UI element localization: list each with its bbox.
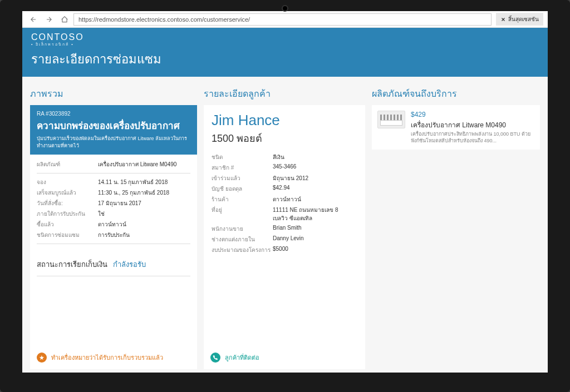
customer-header: รายละเอียดลูกค้า xyxy=(204,83,365,105)
detail-row: เข้าร่วมแล้วมิถุนายน 2012 xyxy=(212,174,357,182)
billing-status-row: สถานะการเรียกเก็บเงิน กำลังรอรับ xyxy=(30,254,197,272)
detail-label: งบประมาณของโครงการ xyxy=(212,246,273,254)
divider xyxy=(37,244,190,244)
detail-label: ชนิดการซ่อมแซม xyxy=(37,231,98,239)
mark-collected-label: ทำเครื่องหมายว่าได้รับการเก็บรวบรวมแล้ว xyxy=(51,353,163,363)
tablet-frame: https://redmondstore.electronics.contoso… xyxy=(0,0,570,392)
detail-label: สมาชิก # xyxy=(212,163,273,172)
products-panel: $429 เครื่องปรับอากาศ Litware M0490 เครื… xyxy=(372,105,540,369)
detail-row: ร้านค้าดาวน์ทาวน์ xyxy=(212,195,357,204)
detail-label: พนักงานขาย xyxy=(212,225,273,233)
forward-icon[interactable] xyxy=(42,13,56,26)
detail-label: ที่อยู่ xyxy=(212,206,273,222)
screen: https://redmondstore.electronics.contoso… xyxy=(22,11,548,373)
detail-label: ช่างตกแต่งภายใน xyxy=(212,235,273,244)
products-header: ผลิตภัณฑ์จนถึงบริการ xyxy=(372,83,540,105)
customer-name: Jim Hance xyxy=(212,112,357,129)
header-banner: CONTOSO • อิเล็กทรอนิกส์ • รายละเอียดการ… xyxy=(22,28,548,77)
contact-customer-label: ลูกค้าที่ติดต่อ xyxy=(225,353,259,363)
product-image xyxy=(377,111,405,128)
end-session-button[interactable]: สิ้นสุดเซสชัน xyxy=(496,13,543,26)
mark-collected-button[interactable]: ★ ทำเครื่องหมายว่าได้รับการเก็บรวบรวมแล้… xyxy=(30,346,197,369)
detail-label: ภายใต้การรับประกัน xyxy=(37,210,98,218)
product-row: ผลิตภัณฑ์ เครื่องปรับอากาศ Litware M0490 xyxy=(37,160,190,168)
billing-label: สถานะการเรียกเก็บเงิน xyxy=(37,259,107,270)
tablet-camera xyxy=(282,5,288,12)
product-card[interactable]: $429 เครื่องปรับอากาศ Litware M0490 เครื… xyxy=(372,105,540,150)
customer-points: 1500 พอยต์ xyxy=(212,130,357,146)
detail-row: ชนิดการซ่อมแซมการรับประกัน xyxy=(37,231,190,239)
ra-number: RA #3023892 xyxy=(37,111,190,117)
customer-panel: Jim Hance 1500 พอยต์ ชนิดสีเงินสมาชิก #3… xyxy=(204,105,365,369)
repair-summary-card: RA #3023892 ความบกพร่องของเครื่องปรับอาก… xyxy=(30,105,197,155)
detail-value: 11:30 น., 25 กุมภาพันธ์ 2018 xyxy=(98,188,190,197)
product-price: $429 xyxy=(411,111,534,118)
page-title: รายละเอียดการซ่อมแซม xyxy=(31,49,539,69)
product-description: เครื่องปรับอากาศประสิทธิภาพพลังงาน 10,00… xyxy=(411,131,534,144)
product-title: เครื่องปรับอากาศ Litware M0490 xyxy=(411,120,534,130)
detail-row: สมาชิก #345-3466 xyxy=(212,163,357,172)
repair-title: ความบกพร่องของเครื่องปรับอากาศ xyxy=(37,118,190,133)
overview-panel: RA #3023892 ความบกพร่องของเครื่องปรับอาก… xyxy=(30,105,197,369)
detail-row: งบประมาณของโครงการ$5000 xyxy=(212,246,357,254)
detail-value: $42.94 xyxy=(273,185,357,193)
detail-value: Brian Smith xyxy=(273,225,357,233)
detail-value: $5000 xyxy=(273,246,357,254)
repair-description: ปุ่มปรับความเร็วของพัดลมในเครื่องปรับอาก… xyxy=(37,135,190,149)
billing-value: กำลังรอรับ xyxy=(113,259,146,270)
detail-row: ชนิดสีเงิน xyxy=(212,153,357,161)
detail-label: ชนิด xyxy=(212,153,273,161)
detail-value: ดาวน์ทาวน์ xyxy=(273,195,357,204)
detail-value: ใช่ xyxy=(98,210,190,218)
product-info: $429 เครื่องปรับอากาศ Litware M0490 เครื… xyxy=(411,111,534,144)
detail-label: วันที่สั่งซื้อ: xyxy=(37,199,98,207)
phone-icon xyxy=(210,353,220,363)
browser-bar: https://redmondstore.electronics.contoso… xyxy=(22,11,548,28)
brand-subtitle: • อิเล็กทรอนิกส์ • xyxy=(31,41,539,47)
detail-value: 11111 NE ถนนหมายเลข 8เบลวิว ซีแอตเทิล xyxy=(273,206,357,222)
content-columns: ภาพรวม RA #3023892 ความบกพร่องของเครื่อง… xyxy=(22,77,548,373)
detail-row: ช่างตกแต่งภายในDanny Levin xyxy=(212,235,357,244)
detail-value: 14.11 น. 15 กุมภาพันธ์ 2018 xyxy=(98,178,190,186)
detail-value: การรับประกัน xyxy=(98,231,190,239)
detail-label: ร้านค้า xyxy=(212,195,273,204)
detail-value: 17 มิถุนายน 2017 xyxy=(98,199,190,207)
detail-value: ดาวน์ทาวน์ xyxy=(98,220,190,229)
product-label: ผลิตภัณฑ์ xyxy=(37,160,98,168)
detail-label: เข้าร่วมแล้ว xyxy=(212,174,273,182)
detail-value: มิถุนายน 2012 xyxy=(273,174,357,182)
end-session-label: สิ้นสุดเซสชัน xyxy=(508,15,539,23)
detail-value: สีเงิน xyxy=(273,153,357,161)
detail-row: พนักงานขายBrian Smith xyxy=(212,225,357,233)
detail-row: วันที่สั่งซื้อ:17 มิถุนายน 2017 xyxy=(37,199,190,207)
detail-label: ซื้อแล้ว xyxy=(37,220,98,229)
detail-value: Danny Levin xyxy=(273,235,357,244)
detail-label: เสร็จสมบูรณ์แล้ว xyxy=(37,188,98,197)
detail-row: ที่อยู่11111 NE ถนนหมายเลข 8เบลวิว ซีแอต… xyxy=(212,206,357,222)
detail-row: ซื้อแล้วดาวน์ทาวน์ xyxy=(37,220,190,229)
back-icon[interactable] xyxy=(27,13,40,26)
overview-details: ผลิตภัณฑ์ เครื่องปรับอากาศ Litware M0490… xyxy=(30,155,197,254)
overview-header: ภาพรวม xyxy=(30,83,197,105)
star-icon: ★ xyxy=(37,353,47,363)
product-value: เครื่องปรับอากาศ Litware M0490 xyxy=(98,160,190,168)
close-icon xyxy=(500,17,506,22)
detail-row: บัญชี ยอดดุล$42.94 xyxy=(212,185,357,193)
divider xyxy=(37,276,190,276)
detail-row: เสร็จสมบูรณ์แล้ว11:30 น., 25 กุมภาพันธ์ … xyxy=(37,188,190,197)
detail-row: ภายใต้การรับประกันใช่ xyxy=(37,210,190,218)
url-input[interactable]: https://redmondstore.electronics.contoso… xyxy=(73,13,492,26)
detail-label: บัญชี ยอดดุล xyxy=(212,185,273,193)
divider xyxy=(37,173,190,173)
home-icon[interactable] xyxy=(58,13,71,26)
detail-label: จอง xyxy=(37,178,98,186)
detail-value: 345-3466 xyxy=(273,163,357,172)
detail-row: จอง14.11 น. 15 กุมภาพันธ์ 2018 xyxy=(37,178,190,186)
contact-customer-button[interactable]: ลูกค้าที่ติดต่อ xyxy=(204,346,365,369)
